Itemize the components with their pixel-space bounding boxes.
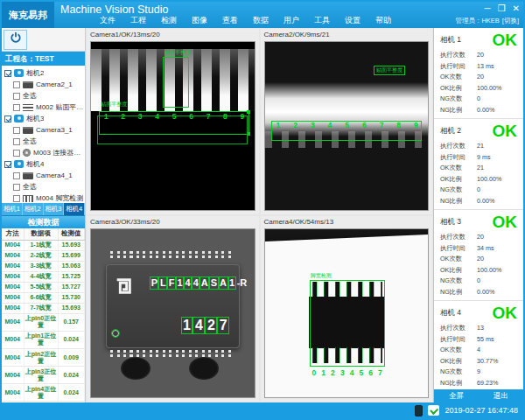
pin-number: 4 [328, 122, 332, 130]
camera3-panel[interactable]: Camera3/OK/33ms/20 PLF144ASA1 -R 1427 [87, 216, 259, 402]
tree-item[interactable]: 全选 [2, 181, 85, 192]
stat-label: 执行时间 [440, 335, 477, 344]
checkbox[interactable] [13, 172, 20, 179]
camera1-panel[interactable]: Camera1/OK/13ms/20 贴面平整度 贴面平整度 123456789 [87, 29, 259, 214]
tree-item[interactable]: 相机2 [2, 67, 85, 79]
tree-item[interactable]: Camera3_1 [2, 124, 85, 136]
menu-item[interactable]: 查看 [222, 15, 238, 26]
tree-item[interactable]: 全选 [2, 136, 85, 147]
camera2-image[interactable]: 贴面平整度 123456789 [264, 41, 430, 211]
pin-number: 2 [331, 369, 335, 377]
table-row[interactable]: M004上pin2正位置0.009 [2, 349, 85, 367]
stat-label: OK比例 [440, 357, 477, 366]
fullscreen-button[interactable]: 全屏 [434, 391, 479, 402]
table-cell: 4-4线宽 [24, 271, 58, 282]
stats-section-header: 相机 2OK [440, 123, 517, 139]
camera1-image[interactable]: 贴面平整度 贴面平整度 123456789 [90, 41, 256, 211]
menu-item[interactable]: 用户 [284, 15, 299, 26]
menu-item[interactable]: 图像 [192, 15, 207, 26]
table-row[interactable]: M0043-3线宽15.063 [2, 261, 85, 271]
checkbox[interactable] [13, 138, 20, 145]
table-row[interactable]: M0045-5线宽15.727 [2, 282, 85, 292]
restore-button[interactable]: ❐ [498, 3, 506, 14]
checkbox[interactable] [4, 70, 11, 77]
table-row[interactable]: M004上pin3正位置0.024 [2, 367, 85, 384]
checkbox[interactable] [13, 81, 20, 88]
table-row[interactable]: M0042-2线宽15.699 [2, 250, 85, 261]
pin-number: 7 [380, 122, 384, 130]
table-cell: 6-6线宽 [24, 292, 58, 303]
tree-item[interactable]: 相机3 [2, 113, 85, 124]
detection-data-table: 方法数据项检测值 M0041-1线宽15.693M0042-2线宽15.699M… [2, 228, 85, 402]
checkbox[interactable] [13, 150, 20, 157]
checkbox[interactable] [13, 93, 20, 100]
tree-item-label: M003 连接器字符 [33, 148, 85, 158]
menu-item[interactable]: 帮助 [375, 15, 391, 26]
tree-item[interactable]: 全选 [2, 90, 85, 102]
camera4-image[interactable]: 脚宽检测 01234567 [264, 228, 430, 398]
menu-item[interactable]: 工程 [130, 15, 146, 26]
device-icon [415, 405, 423, 416]
checkbox[interactable] [4, 161, 11, 168]
chip-character: 4 [192, 276, 200, 290]
tree-item[interactable]: 相机4 [2, 158, 85, 170]
tree-item[interactable]: Camera2_1 [2, 79, 85, 90]
stat-value: 34 ms [477, 244, 517, 253]
table-row[interactable]: M0044-4线宽15.725 [2, 271, 85, 282]
power-button[interactable] [4, 30, 27, 50]
table-row[interactable]: M0046-6线宽15.730 [2, 292, 85, 303]
exit-button[interactable]: 退出 [479, 391, 523, 402]
camera-tab-1[interactable]: 相机1 [2, 203, 23, 215]
checkbox[interactable] [13, 104, 20, 111]
app-window: 海克易邦 Machine Vision Studio ─ ❐ ✕ 文件工程检测图… [0, 0, 525, 420]
table-row[interactable]: M004上pin0正位置0.157 [2, 313, 85, 331]
pin-number: 6 [189, 113, 193, 121]
stat-row: OK比例100.00% [440, 84, 517, 93]
camera2-panel[interactable]: Camera2/OK/9ms/21 贴面平整度 123456789 [261, 29, 433, 214]
tree-item[interactable]: M004 脚宽检测 [2, 192, 85, 203]
pin-number: 3 [340, 369, 345, 377]
table-row[interactable]: M0047-7线宽15.693 [2, 303, 85, 313]
stat-label: 执行时间 [440, 62, 477, 71]
tree-item[interactable]: M003 连接器字符 [2, 147, 85, 158]
image-icon [23, 127, 33, 134]
menu-item[interactable]: 数据 [253, 15, 269, 26]
minimize-button[interactable]: ─ [485, 3, 491, 14]
tree-item[interactable]: M002 贴面平整度 [2, 102, 85, 113]
checkbox[interactable] [4, 116, 11, 122]
table-cell: 15.693 [58, 240, 85, 250]
menu-item[interactable]: 设置 [345, 15, 360, 26]
table-row[interactable]: M0041-1线宽15.693 [2, 240, 85, 250]
stat-row: 执行次数21 [440, 142, 517, 150]
camera-tab-3[interactable]: 相机3 [44, 203, 65, 215]
camera3-image[interactable]: PLF144ASA1 -R 1427 [90, 228, 256, 398]
checkbox[interactable] [13, 184, 20, 191]
menu-item[interactable]: 工具 [314, 15, 330, 26]
close-button[interactable]: ✕ [513, 3, 520, 14]
pin-number: 2 [121, 113, 125, 121]
switch-user-link[interactable]: [切换] [502, 17, 519, 25]
checkbox[interactable] [13, 127, 20, 134]
camera-tab-4[interactable]: 相机4 [64, 203, 85, 215]
chip-character: 1 [176, 276, 184, 290]
stat-value: 20 [477, 255, 517, 263]
detection-data-title: 检测数据 [2, 215, 85, 228]
pin-number: 5 [345, 122, 349, 130]
pins-icon [23, 195, 33, 202]
checkbox[interactable] [13, 195, 20, 202]
stat-label: NG次数 [440, 94, 477, 103]
table-cell: M004 [2, 292, 24, 303]
table-row[interactable]: M004上pin4正位置0.024 [2, 384, 85, 402]
menu-item[interactable]: 文件 [100, 15, 116, 26]
table-cell: 上pin2正位置 [24, 349, 58, 367]
stat-value: 9 ms [477, 153, 517, 162]
annotation-label: 贴面平整度 [101, 101, 127, 108]
column-header: 检测值 [58, 228, 85, 240]
tree-item[interactable]: Camera4_1 [2, 170, 85, 181]
menu-item[interactable]: 检测 [161, 15, 177, 26]
table-row[interactable]: M004上pin1正位置0.024 [2, 331, 85, 348]
camera4-panel[interactable]: Camera4/OK/54ms/13 脚宽检测 01234567 [261, 216, 433, 402]
camera-tree: 相机2Camera2_1全选M002 贴面平整度相机3Camera3_1全选M0… [2, 66, 85, 203]
brand-logo: 海克易邦 [2, 2, 54, 28]
camera-tab-2[interactable]: 相机2 [23, 203, 44, 215]
